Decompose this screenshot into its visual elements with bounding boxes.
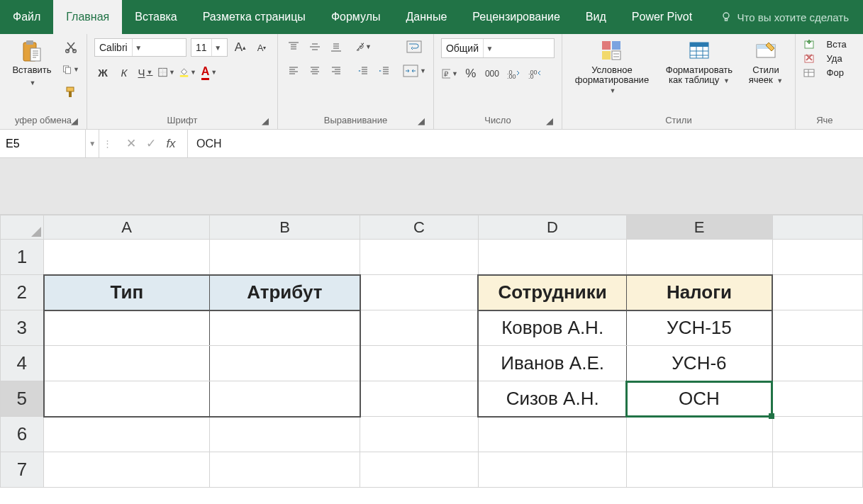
number-format-combo[interactable]: Общий▼ xyxy=(441,38,555,58)
merge-center-button[interactable]: ▼ xyxy=(403,62,426,79)
tab-file[interactable]: Файл xyxy=(0,0,53,34)
name-box-input[interactable] xyxy=(0,130,85,157)
fill-color-button[interactable]: ▼ xyxy=(179,64,196,81)
cell-C5[interactable] xyxy=(360,381,479,417)
cell-B7[interactable] xyxy=(210,452,360,488)
cell-A1[interactable] xyxy=(44,240,210,275)
confirm-formula-button[interactable]: ✓ xyxy=(142,135,160,153)
format-painter-button[interactable] xyxy=(62,84,79,101)
row-header-1[interactable]: 1 xyxy=(1,240,44,275)
orientation-button[interactable]: ab▼ xyxy=(355,38,372,55)
tab-insert[interactable]: Вставка xyxy=(122,0,189,34)
cell-B1[interactable] xyxy=(210,240,360,275)
cell-C1[interactable] xyxy=(360,240,479,275)
row-header-4[interactable]: 4 xyxy=(1,346,44,381)
grow-font-button[interactable]: A▴ xyxy=(232,39,249,56)
cell-F3[interactable] xyxy=(772,310,862,346)
cell-C4[interactable] xyxy=(360,346,479,381)
cell-D4[interactable]: Иванов А.Е. xyxy=(478,346,626,381)
format-as-table-button[interactable]: Форматироватькак таблицу ▼ xyxy=(660,38,738,87)
bold-button[interactable]: Ж xyxy=(94,64,111,81)
insert-cells-button[interactable]: Вста xyxy=(827,40,847,50)
row-header-3[interactable]: 3 xyxy=(1,310,44,346)
select-all-corner[interactable] xyxy=(1,215,44,240)
italic-button[interactable]: К xyxy=(116,64,133,81)
cell-B4[interactable] xyxy=(210,346,360,381)
cell-F1[interactable] xyxy=(772,240,862,275)
font-color-button[interactable]: А▼ xyxy=(201,64,218,81)
cell-E4[interactable]: УСН-6 xyxy=(626,346,772,381)
col-header-C[interactable]: C xyxy=(360,215,479,240)
cell-A4[interactable] xyxy=(44,346,210,381)
cell-F2[interactable] xyxy=(772,275,862,310)
row-header-6[interactable]: 6 xyxy=(1,417,44,452)
formula-input[interactable]: ОСН xyxy=(188,130,863,157)
insert-function-button[interactable]: fx xyxy=(162,135,180,153)
cell-E7[interactable] xyxy=(626,452,772,488)
cell-D1[interactable] xyxy=(478,240,626,275)
tell-me-box[interactable]: Что вы хотите сделать xyxy=(706,0,863,34)
shrink-font-button[interactable]: A▾ xyxy=(253,39,270,56)
cell-C3[interactable] xyxy=(360,310,479,346)
cell-E6[interactable] xyxy=(626,417,772,452)
cell-D2[interactable]: Сотрудники xyxy=(478,275,626,310)
cell-D3[interactable]: Ковров А.Н. xyxy=(478,310,626,346)
cell-A5[interactable] xyxy=(44,381,210,417)
underline-button[interactable]: Ч▼ xyxy=(137,64,154,81)
cell-F6[interactable] xyxy=(772,417,862,452)
cell-F4[interactable] xyxy=(772,346,862,381)
cut-button[interactable] xyxy=(62,38,79,55)
tab-formulas[interactable]: Формулы xyxy=(318,0,394,34)
cell-D6[interactable] xyxy=(478,417,626,452)
cell-styles-button[interactable]: Стилиячеек ▼ xyxy=(744,38,788,87)
accounting-format-button[interactable]: ₽▼ xyxy=(441,65,458,82)
align-left-button[interactable] xyxy=(285,62,302,79)
col-header-E[interactable]: E xyxy=(626,215,772,240)
cell-C2[interactable] xyxy=(360,275,479,310)
font-name-combo[interactable]: Calibri▼ xyxy=(94,38,186,57)
col-header-D[interactable]: D xyxy=(478,215,626,240)
chevron-down-icon[interactable]: ▼ xyxy=(85,130,99,157)
cancel-formula-button[interactable]: ✕ xyxy=(122,135,140,153)
cell-D5[interactable]: Сизов А.Н. xyxy=(478,381,626,417)
percent-button[interactable]: % xyxy=(462,65,479,82)
cell-C6[interactable] xyxy=(360,417,479,452)
dialog-launcher-icon[interactable]: ◢ xyxy=(418,116,425,126)
tab-data[interactable]: Данные xyxy=(394,0,460,34)
row-header-7[interactable]: 7 xyxy=(1,452,44,488)
dialog-launcher-icon[interactable]: ◢ xyxy=(262,116,269,126)
conditional-formatting-button[interactable]: Условноеформатирование ▼ xyxy=(569,38,655,97)
tab-page-layout[interactable]: Разметка страницы xyxy=(190,0,318,34)
cell-E5[interactable]: ОСН xyxy=(626,381,772,417)
cell-D7[interactable] xyxy=(478,452,626,488)
align-bottom-button[interactable] xyxy=(328,38,345,55)
cell-A3[interactable] xyxy=(44,310,210,346)
cell-B5[interactable] xyxy=(210,381,360,417)
font-size-combo[interactable]: 11▼ xyxy=(191,38,228,57)
wrap-text-button[interactable] xyxy=(403,38,426,55)
tab-home[interactable]: Главная xyxy=(53,0,122,34)
col-header-A[interactable]: A xyxy=(44,215,210,240)
align-middle-button[interactable] xyxy=(306,38,323,55)
format-cells-button[interactable]: Фор xyxy=(827,68,844,78)
cell-E2[interactable]: Налоги xyxy=(626,275,772,310)
borders-button[interactable]: ▼ xyxy=(158,64,175,81)
decrease-decimal-button[interactable]: .00.0 xyxy=(526,65,543,82)
cell-A7[interactable] xyxy=(44,452,210,488)
tab-review[interactable]: Рецензирование xyxy=(460,0,573,34)
worksheet-grid[interactable]: A B C D E 1 2 Тип Атрибут Сотрудники Нал… xyxy=(0,215,863,488)
cell-A6[interactable] xyxy=(44,417,210,452)
align-right-button[interactable] xyxy=(328,62,345,79)
align-top-button[interactable] xyxy=(285,38,302,55)
decrease-indent-button[interactable] xyxy=(355,62,372,79)
cell-E1[interactable] xyxy=(626,240,772,275)
cell-B2[interactable]: Атрибут xyxy=(210,275,360,310)
increase-decimal-button[interactable]: .0.00 xyxy=(505,65,522,82)
tab-power-pivot[interactable]: Power Pivot xyxy=(619,0,705,34)
name-box[interactable]: ▼ xyxy=(0,130,99,157)
cell-C7[interactable] xyxy=(360,452,479,488)
cell-F7[interactable] xyxy=(772,452,862,488)
row-header-2[interactable]: 2 xyxy=(1,275,44,310)
col-header-F[interactable] xyxy=(772,215,862,240)
dialog-launcher-icon[interactable]: ◢ xyxy=(546,116,553,126)
